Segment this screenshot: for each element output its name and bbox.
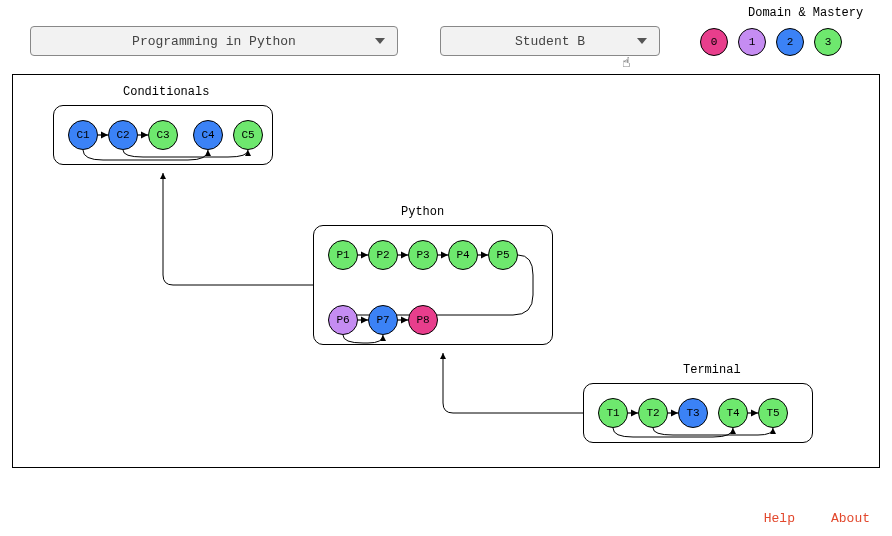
node-c4[interactable]: C4 <box>193 120 223 150</box>
node-p6[interactable]: P6 <box>328 305 358 335</box>
node-t1[interactable]: T1 <box>598 398 628 428</box>
chevron-down-icon <box>637 38 647 44</box>
student-dropdown[interactable]: Student B <box>440 26 660 56</box>
node-p7[interactable]: P7 <box>368 305 398 335</box>
node-p4[interactable]: P4 <box>448 240 478 270</box>
node-t4[interactable]: T4 <box>718 398 748 428</box>
course-dropdown-label: Programming in Python <box>132 34 296 49</box>
node-c2[interactable]: C2 <box>108 120 138 150</box>
legend-title: Domain & Mastery <box>748 6 863 20</box>
node-c5[interactable]: C5 <box>233 120 263 150</box>
legend-dots: 0 1 2 3 <box>700 28 842 56</box>
chevron-down-icon <box>375 38 385 44</box>
group-title-python: Python <box>401 205 444 219</box>
node-p2[interactable]: P2 <box>368 240 398 270</box>
node-p3[interactable]: P3 <box>408 240 438 270</box>
main-panel: Conditionals Python Terminal <box>12 74 880 468</box>
node-t2[interactable]: T2 <box>638 398 668 428</box>
node-c1[interactable]: C1 <box>68 120 98 150</box>
legend-level-2: 2 <box>776 28 804 56</box>
student-dropdown-label: Student B <box>515 34 585 49</box>
legend-level-0: 0 <box>700 28 728 56</box>
group-title-terminal: Terminal <box>683 363 741 377</box>
node-t3[interactable]: T3 <box>678 398 708 428</box>
about-link[interactable]: About <box>831 511 870 526</box>
node-p1[interactable]: P1 <box>328 240 358 270</box>
course-dropdown[interactable]: Programming in Python <box>30 26 398 56</box>
node-c3[interactable]: C3 <box>148 120 178 150</box>
legend-level-3: 3 <box>814 28 842 56</box>
cursor-hand-icon: ☝ <box>622 54 630 71</box>
group-title-conditionals: Conditionals <box>123 85 209 99</box>
node-p5[interactable]: P5 <box>488 240 518 270</box>
help-link[interactable]: Help <box>764 511 795 526</box>
legend-level-1: 1 <box>738 28 766 56</box>
node-t5[interactable]: T5 <box>758 398 788 428</box>
node-p8[interactable]: P8 <box>408 305 438 335</box>
